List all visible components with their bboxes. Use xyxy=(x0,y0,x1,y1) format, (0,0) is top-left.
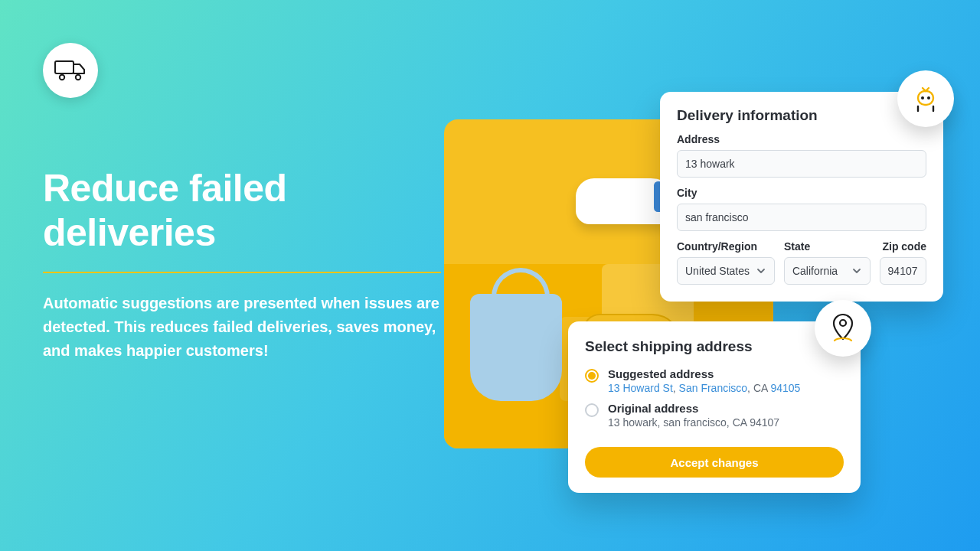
suggested-value: 13 Howard St, San Francisco, CA 94105 xyxy=(608,382,800,394)
city-label: City xyxy=(677,187,926,199)
zip-label: Zip code xyxy=(880,240,926,253)
hero-block: Reduce failed deliveries Automatic sugge… xyxy=(43,167,441,363)
zip-value: 94107 xyxy=(888,265,918,277)
address-value: 13 howark xyxy=(685,158,735,170)
bot-badge xyxy=(897,70,954,127)
city-value: san francisco xyxy=(685,211,748,223)
chevron-down-icon xyxy=(851,266,862,276)
svg-rect-3 xyxy=(918,91,933,105)
divider xyxy=(43,272,441,273)
truck-icon xyxy=(54,59,87,82)
address-label: Address xyxy=(677,133,926,145)
country-label: Country/Region xyxy=(677,240,775,253)
delivery-info-card: Delivery information Address 13 howark C… xyxy=(660,92,943,302)
shipping-address-card: Select shipping address Suggested addres… xyxy=(568,321,861,493)
chevron-down-icon xyxy=(756,266,766,276)
svg-point-1 xyxy=(60,75,64,80)
svg-point-5 xyxy=(927,96,930,99)
city-input[interactable]: san francisco xyxy=(677,204,926,231)
svg-rect-0 xyxy=(55,61,74,73)
delivery-heading: Delivery information xyxy=(677,107,926,124)
zip-input[interactable]: 94107 xyxy=(880,257,926,285)
truck-badge xyxy=(43,43,98,98)
state-label: State xyxy=(784,240,871,253)
original-value: 13 howark, san francisco, CA 94107 xyxy=(608,416,779,429)
pin-badge xyxy=(815,300,871,357)
country-select[interactable]: United States xyxy=(677,257,775,285)
shipping-heading: Select shipping address xyxy=(585,338,844,355)
hero-body: Automatic suggestions are presented when… xyxy=(43,292,441,363)
suggested-address-option[interactable]: Suggested address 13 Howard St, San Fran… xyxy=(585,367,844,394)
accept-changes-button[interactable]: Accept changes xyxy=(585,447,844,478)
original-address-option[interactable]: Original address 13 howark, san francisc… xyxy=(585,402,844,429)
map-pin-icon xyxy=(828,311,858,345)
marketing-slide: Reduce failed deliveries Automatic sugge… xyxy=(0,0,980,551)
state-select[interactable]: California xyxy=(784,257,871,285)
svg-point-2 xyxy=(76,75,80,80)
radio-selected[interactable] xyxy=(585,369,599,383)
hero-title: Reduce failed deliveries xyxy=(43,167,441,255)
robot-icon xyxy=(910,83,941,114)
address-input[interactable]: 13 howark xyxy=(677,150,926,178)
svg-point-4 xyxy=(921,96,924,99)
suggested-label: Suggested address xyxy=(608,367,800,380)
original-label: Original address xyxy=(608,402,779,415)
state-value: California xyxy=(792,265,838,277)
svg-point-6 xyxy=(840,320,846,326)
radio-unselected[interactable] xyxy=(585,403,599,417)
country-value: United States xyxy=(685,265,750,277)
